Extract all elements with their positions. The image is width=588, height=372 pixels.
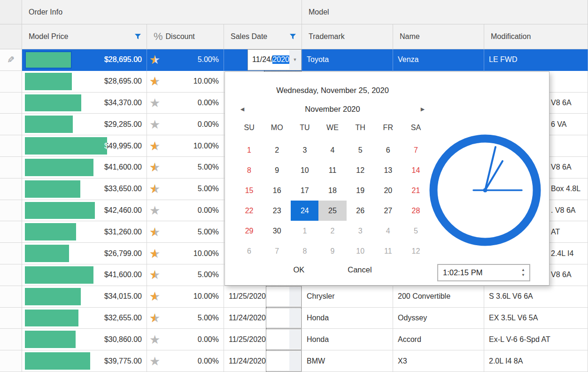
calendar-day[interactable]: 2	[318, 221, 346, 241]
prev-month-icon[interactable]: ◀	[235, 106, 249, 112]
calendar-day[interactable]: 3	[347, 221, 374, 241]
calendar-day[interactable]: 23	[263, 201, 291, 221]
model-price-cell[interactable]: $31,260.00 $31,260.00	[22, 221, 147, 243]
calendar-day[interactable]: 6	[374, 140, 402, 160]
column-header-name[interactable]: Name	[393, 24, 484, 49]
model-price-cell[interactable]: $42,460.00 $42,460.00	[22, 200, 147, 222]
discount-cell[interactable]: ★ ★ 5.00%	[147, 49, 224, 71]
model-price-cell[interactable]: $28,695.00 $28,695.00	[22, 49, 147, 71]
star-rating-icon[interactable]: ★ ★	[149, 160, 162, 175]
calendar-day[interactable]: 11	[318, 160, 346, 180]
sales-date-cell[interactable]: 11/24/2020	[224, 308, 302, 329]
modification-cell[interactable]: LE FWD	[484, 49, 588, 71]
calendar-day[interactable]: 1	[291, 221, 318, 241]
discount-cell[interactable]: ★ ★ 10.00%	[147, 243, 224, 264]
calendar-day[interactable]: 20	[374, 180, 402, 201]
trademark-cell[interactable]: BMW	[302, 350, 393, 372]
discount-cell[interactable]: ★ ★ 10.00%	[147, 135, 224, 157]
calendar-day[interactable]: 27	[374, 201, 402, 221]
calendar-day[interactable]: 21	[402, 180, 430, 201]
model-price-cell[interactable]: $34,015.00 $34,015.00	[22, 286, 147, 308]
model-price-cell[interactable]: $41,600.00 $41,600.00	[22, 264, 147, 286]
calendar-day[interactable]: 7	[263, 241, 291, 261]
discount-cell[interactable]: ★ ★ 5.00%	[147, 264, 224, 286]
calendar-day[interactable]: 8	[235, 160, 263, 180]
filter-icon[interactable]	[135, 34, 141, 39]
discount-cell[interactable]: ★ ★ 10.00%	[147, 286, 224, 308]
model-price-cell[interactable]: $30,860.00 $30,860.00	[22, 329, 147, 350]
star-rating-icon[interactable]: ★ ★	[149, 289, 162, 304]
model-price-cell[interactable]: $28,695.00 $28,695.00	[22, 71, 147, 93]
calendar-day[interactable]: 9	[263, 160, 291, 180]
calendar-day[interactable]: 9	[318, 241, 346, 261]
calendar-day[interactable]: 1	[235, 140, 263, 160]
calendar-day[interactable]: 19	[347, 180, 374, 201]
trademark-cell[interactable]: Honda	[302, 308, 393, 329]
calendar-day[interactable]: 18	[318, 180, 346, 201]
calendar-day[interactable]: 10	[347, 241, 374, 261]
star-rating-icon[interactable]: ★ ★	[149, 332, 162, 347]
model-price-cell[interactable]: $34,370.00 $34,370.00	[22, 93, 147, 114]
star-rating-icon[interactable]: ★ ★	[149, 181, 162, 196]
calendar-day[interactable]: 8	[291, 241, 318, 261]
model-price-cell[interactable]: $32,655.00 $32,655.00	[22, 308, 147, 329]
calendar-day[interactable]: 26	[347, 201, 374, 221]
calendar-day[interactable]: 22	[235, 201, 263, 221]
sales-date-cell[interactable]: 11/24/ 2020 ▼	[224, 49, 302, 71]
column-header-modification[interactable]: Modification	[484, 24, 588, 49]
date-dropdown-button[interactable]: ▼	[289, 50, 301, 70]
model-price-cell[interactable]: $49,995.00 $49,995.00	[22, 135, 147, 157]
calendar-day[interactable]: 5	[347, 140, 374, 160]
discount-cell[interactable]: ★ ★ 10.00%	[147, 71, 224, 93]
spin-down-icon[interactable]: ▼	[521, 273, 525, 277]
trademark-cell[interactable]: Chrysler	[302, 286, 393, 308]
name-cell[interactable]: Odyssey	[393, 308, 484, 329]
star-rating-icon[interactable]: ★ ★	[149, 203, 162, 218]
date-editor[interactable]	[266, 286, 302, 307]
calendar-day[interactable]: 29	[235, 221, 263, 241]
discount-cell[interactable]: ★ ★ 0.00%	[147, 200, 224, 222]
calendar-day[interactable]: 10	[291, 160, 318, 180]
discount-cell[interactable]: ★ ★ 5.00%	[147, 308, 224, 329]
name-cell[interactable]: Accord	[393, 329, 484, 350]
star-rating-icon[interactable]: ★ ★	[149, 267, 162, 282]
star-rating-icon[interactable]: ★ ★	[149, 225, 162, 240]
calendar-day[interactable]: 12	[347, 160, 374, 180]
calendar-day[interactable]: 12	[402, 241, 430, 261]
modification-cell[interactable]: Ex-L V-6 6-Spd AT	[484, 329, 588, 350]
calendar-day[interactable]: 2	[263, 140, 291, 160]
model-price-cell[interactable]: $29,285.00 $29,285.00	[22, 114, 147, 135]
name-cell[interactable]: Venza	[393, 49, 484, 71]
calendar-day[interactable]: 11	[374, 241, 402, 261]
modification-cell[interactable]: S 3.6L V6 6A	[484, 286, 588, 308]
calendar-day[interactable]: 30	[263, 221, 291, 241]
date-dropdown-button[interactable]	[289, 330, 301, 349]
cancel-button[interactable]: Cancel	[348, 265, 371, 274]
calendar-day[interactable]: 3	[291, 140, 318, 160]
discount-cell[interactable]: ★ ★ 0.00%	[147, 114, 224, 135]
date-editor[interactable]: 11/24/ 2020 ▼	[248, 49, 302, 70]
date-editor[interactable]	[266, 329, 302, 350]
date-editor[interactable]	[266, 350, 302, 372]
discount-cell[interactable]: ★ ★ 0.00%	[147, 93, 224, 114]
name-cell[interactable]: X3	[393, 350, 484, 372]
sales-date-cell[interactable]: 11/24/2020	[224, 350, 302, 372]
time-editor[interactable]: 1:02:15 PM ▲ ▼	[437, 264, 530, 281]
star-rating-icon[interactable]: ★ ★	[149, 95, 162, 110]
trademark-cell[interactable]: Toyota	[302, 49, 393, 71]
modification-cell[interactable]: 2.0L I4 8A	[484, 350, 588, 372]
discount-cell[interactable]: ★ ★ 5.00%	[147, 221, 224, 243]
calendar-day[interactable]: 5	[402, 221, 430, 241]
model-price-cell[interactable]: $26,799.00 $26,799.00	[22, 243, 147, 264]
calendar-day[interactable]: 13	[374, 160, 402, 180]
model-price-cell[interactable]: $39,775.00 $39,775.00	[22, 350, 147, 372]
calendar-day[interactable]: 15	[235, 180, 263, 201]
modification-cell[interactable]: EX 3.5L V6 5A	[484, 308, 588, 329]
spin-up-icon[interactable]: ▲	[521, 268, 525, 272]
calendar-day[interactable]: 24	[291, 201, 318, 221]
column-header-sales-date[interactable]: Sales Date	[224, 24, 302, 49]
star-rating-icon[interactable]: ★ ★	[149, 354, 162, 369]
ok-button[interactable]: OK	[293, 265, 304, 274]
next-month-icon[interactable]: ▶	[416, 106, 430, 112]
calendar-day[interactable]: 25	[318, 201, 346, 221]
